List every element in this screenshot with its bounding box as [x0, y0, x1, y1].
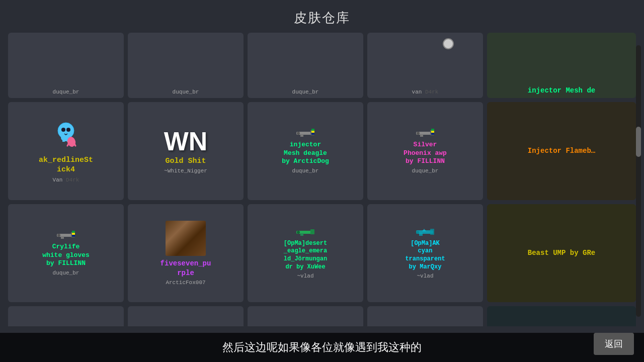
svg-rect-2 [62, 138, 65, 142]
card-partial-bottom-2[interactable] [128, 306, 244, 326]
card-gold-shit[interactable]: WN Gold Shit ~White_Nigger [128, 102, 244, 200]
card-author: van D4rk [412, 89, 439, 95]
wn-logo: WN [164, 128, 208, 154]
card-name: [OpMa]desert _eagle_emera ld_Jörmungan d… [284, 240, 327, 271]
card-fiveseven-purple[interactable]: fiveseven_pu rple ArcticFox007 [128, 204, 244, 302]
svg-rect-27 [72, 231, 75, 233]
card-author: ~vlad [417, 273, 433, 279]
card-name: ak_redlineSt ick4 [39, 155, 93, 175]
card-opma-ak-cyan[interactable]: [OpMa]AK cyan transparent by MarQxy ~vla… [367, 204, 483, 302]
card-name: Crylife white gloves by FILLINN [42, 243, 90, 268]
card-author: Van D4rk [53, 177, 79, 183]
card-name: injector Mesh de [528, 86, 595, 95]
svg-rect-29 [72, 235, 75, 237]
card-injector-flameburst[interactable]: Injector Flameb… [487, 102, 636, 200]
card-author: duque_br [292, 168, 319, 174]
card-name: Silver Phoenix awp by FILLINN [404, 141, 447, 166]
card-author: duque_br [292, 89, 319, 95]
svg-point-19 [417, 132, 420, 135]
svg-rect-21 [431, 131, 434, 133]
weapon-icon [296, 227, 314, 239]
card-top-5[interactable]: injector Mesh de [487, 33, 636, 98]
weapon-icon [416, 128, 434, 140]
svg-rect-31 [310, 229, 314, 234]
card-name: Beast UMP by GRe [528, 248, 595, 257]
card-partial-bottom-4[interactable] [367, 306, 483, 326]
back-button[interactable]: 返回 [594, 333, 634, 355]
card-partial-bottom-3[interactable] [248, 306, 363, 326]
svg-rect-28 [72, 233, 75, 235]
svg-marker-38 [422, 229, 426, 231]
subtitle-bar: 然后这边呢如果像各位就像遇到我这种的 [0, 333, 644, 362]
scroll-indicator[interactable] [443, 38, 454, 49]
skull-icon [52, 120, 79, 153]
card-top-4[interactable]: van D4rk [367, 33, 483, 98]
card-author: duque_br [173, 89, 199, 95]
card-crylife-gloves[interactable]: Crylife white gloves by FILLINN duque_br [8, 204, 124, 302]
card-name: Injector Flameb… [528, 146, 595, 155]
weapon-icon [416, 227, 434, 239]
svg-point-12 [297, 132, 300, 135]
svg-rect-22 [431, 133, 434, 135]
card-author: duque_br [53, 270, 79, 276]
card-top-3[interactable]: duque_br [248, 33, 363, 98]
card-author: duque_br [412, 168, 439, 174]
svg-rect-25 [61, 236, 64, 239]
svg-point-4 [61, 128, 65, 132]
svg-point-26 [57, 234, 60, 237]
card-author: duque_br [53, 89, 79, 95]
svg-point-37 [416, 231, 419, 234]
svg-rect-11 [300, 134, 303, 137]
card-name: injector Mesh deagle by ArcticDog [282, 141, 329, 166]
card-author: ~White_Nigger [164, 168, 207, 174]
svg-rect-13 [311, 129, 314, 131]
svg-rect-35 [430, 229, 434, 235]
svg-line-7 [67, 143, 69, 146]
svg-rect-32 [300, 233, 303, 236]
card-beast-ump[interactable]: Beast UMP by GRe [487, 204, 636, 302]
scrollbar-thumb[interactable] [636, 127, 641, 157]
card-injector-mesh-deagle[interactable]: injector Mesh deagle by ArcticDog duque_… [248, 102, 363, 200]
svg-rect-18 [420, 134, 423, 137]
page-title: 皮肤仓库 [0, 0, 644, 33]
card-opma-desert-eagle[interactable]: [OpMa]desert _eagle_emera ld_Jörmungan d… [248, 204, 363, 302]
card-ak-redline[interactable]: ak_redlineSt ick4 Van D4rk [8, 102, 124, 200]
svg-rect-14 [311, 131, 314, 133]
card-silver-phoenix-awp[interactable]: Silver Phoenix awp by FILLINN duque_br [367, 102, 483, 200]
card-name: Gold Shit [165, 156, 206, 166]
svg-rect-20 [431, 129, 434, 131]
scrollbar-track [636, 45, 641, 317]
card-name: fiveseven_pu rple [160, 259, 211, 277]
svg-point-33 [297, 231, 300, 234]
card-author: ~vlad [297, 273, 313, 279]
card-name: [OpMa]AK cyan transparent by MarQxy [405, 240, 445, 271]
card-top-1[interactable]: duque_br [8, 33, 124, 98]
card-partial-bottom-1[interactable] [8, 306, 124, 326]
svg-point-5 [66, 128, 70, 132]
gun-image [166, 221, 206, 256]
weapon-icon [296, 128, 314, 140]
card-top-2[interactable]: duque_br [128, 33, 244, 98]
card-neon-bow[interactable]: 💀 (AWP)NeonBow b… [487, 306, 636, 326]
svg-rect-15 [311, 133, 314, 135]
svg-rect-36 [419, 233, 423, 236]
weapon-icon [57, 230, 75, 242]
card-author: ArcticFox007 [166, 280, 205, 286]
